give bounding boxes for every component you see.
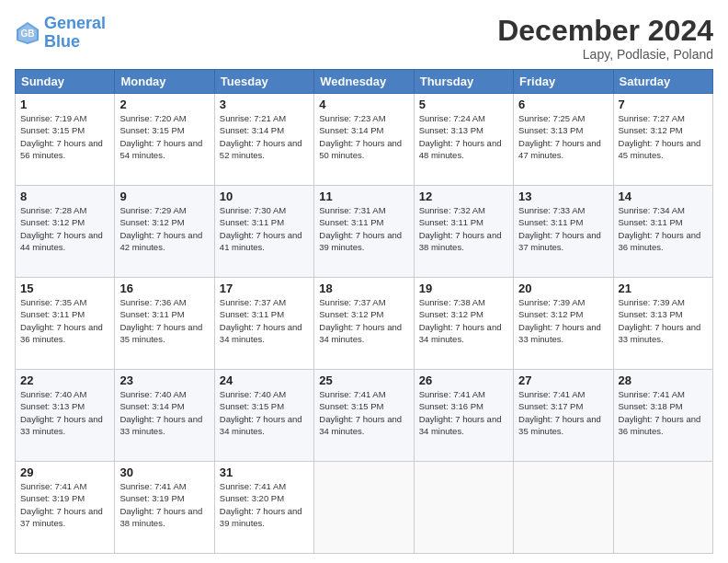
- day-number: 31: [220, 465, 309, 479]
- sunset-text: Sunset: 3:12 PM: [518, 308, 608, 320]
- cell-text: Sunrise: 7:41 AMSunset: 3:17 PMDaylight:…: [518, 388, 608, 437]
- day-number: 19: [419, 282, 508, 295]
- day-number: 27: [518, 373, 608, 387]
- daylight-text: Daylight: 7 hours and 42 minutes.: [119, 229, 209, 254]
- sunset-text: Sunset: 3:11 PM: [518, 216, 608, 228]
- day-number: 10: [220, 190, 309, 203]
- cell-text: Sunrise: 7:28 AMSunset: 3:12 PMDaylight:…: [20, 204, 109, 253]
- day-number: 30: [119, 465, 209, 479]
- day-number: 21: [619, 282, 708, 295]
- sunrise-text: Sunrise: 7:40 AM: [20, 388, 109, 400]
- sunset-text: Sunset: 3:19 PM: [20, 492, 109, 504]
- sunrise-text: Sunrise: 7:33 AM: [518, 204, 608, 216]
- logo: GB General Blue: [15, 15, 106, 52]
- cell-text: Sunrise: 7:38 AMSunset: 3:12 PMDaylight:…: [419, 296, 508, 345]
- col-saturday: Saturday: [613, 70, 712, 94]
- day-number: 7: [619, 98, 708, 111]
- col-sunday: Sunday: [16, 70, 115, 94]
- col-wednesday: Wednesday: [314, 70, 414, 94]
- day-number: 24: [220, 373, 309, 387]
- sunset-text: Sunset: 3:11 PM: [319, 216, 408, 228]
- table-cell: 16Sunrise: 7:36 AMSunset: 3:11 PMDayligh…: [115, 278, 214, 370]
- day-number: 12: [419, 190, 508, 203]
- page: GB General Blue December 2024 Lapy, Podl…: [0, 0, 728, 563]
- day-number: 9: [119, 190, 209, 203]
- day-number: 1: [20, 98, 109, 111]
- sunset-text: Sunset: 3:14 PM: [319, 124, 408, 136]
- sunset-text: Sunset: 3:12 PM: [619, 124, 708, 136]
- sunset-text: Sunset: 3:14 PM: [220, 124, 309, 136]
- table-cell: 6Sunrise: 7:25 AMSunset: 3:13 PMDaylight…: [514, 94, 613, 186]
- day-number: 29: [20, 465, 109, 479]
- col-friday: Friday: [514, 70, 613, 94]
- cell-text: Sunrise: 7:20 AMSunset: 3:15 PMDaylight:…: [119, 112, 209, 161]
- sunset-text: Sunset: 3:16 PM: [419, 400, 508, 412]
- logo-icon: GB: [15, 20, 40, 46]
- calendar-subtitle: Lapy, Podlasie, Poland: [497, 47, 713, 62]
- cell-text: Sunrise: 7:25 AMSunset: 3:13 PMDaylight:…: [518, 112, 608, 161]
- logo-line2: Blue: [44, 32, 80, 51]
- cell-text: Sunrise: 7:41 AMSunset: 3:19 PMDaylight:…: [20, 480, 109, 529]
- daylight-text: Daylight: 7 hours and 47 minutes.: [518, 137, 608, 162]
- table-cell: 13Sunrise: 7:33 AMSunset: 3:11 PMDayligh…: [514, 186, 613, 278]
- table-cell: 28Sunrise: 7:41 AMSunset: 3:18 PMDayligh…: [613, 370, 712, 462]
- sunrise-text: Sunrise: 7:31 AM: [319, 204, 408, 216]
- sunrise-text: Sunrise: 7:41 AM: [619, 388, 708, 400]
- table-cell: 8Sunrise: 7:28 AMSunset: 3:12 PMDaylight…: [16, 186, 115, 278]
- header: GB General Blue December 2024 Lapy, Podl…: [15, 15, 713, 62]
- day-number: 14: [619, 190, 708, 203]
- daylight-text: Daylight: 7 hours and 45 minutes.: [619, 137, 708, 162]
- cell-text: Sunrise: 7:39 AMSunset: 3:13 PMDaylight:…: [619, 296, 708, 345]
- daylight-text: Daylight: 7 hours and 37 minutes.: [20, 505, 109, 530]
- sunrise-text: Sunrise: 7:24 AM: [419, 112, 508, 124]
- sunrise-text: Sunrise: 7:32 AM: [419, 204, 508, 216]
- cell-text: Sunrise: 7:35 AMSunset: 3:11 PMDaylight:…: [20, 296, 109, 345]
- cell-text: Sunrise: 7:30 AMSunset: 3:11 PMDaylight:…: [220, 204, 309, 253]
- day-number: 17: [220, 282, 309, 295]
- table-cell: 31Sunrise: 7:41 AMSunset: 3:20 PMDayligh…: [214, 462, 313, 554]
- col-tuesday: Tuesday: [214, 70, 313, 94]
- sunset-text: Sunset: 3:19 PM: [119, 492, 209, 504]
- day-number: 11: [319, 190, 408, 203]
- table-cell: 5Sunrise: 7:24 AMSunset: 3:13 PMDaylight…: [414, 94, 513, 186]
- table-cell: 26Sunrise: 7:41 AMSunset: 3:16 PMDayligh…: [414, 370, 513, 462]
- daylight-text: Daylight: 7 hours and 34 minutes.: [220, 413, 309, 438]
- table-cell: [613, 462, 712, 554]
- cell-text: Sunrise: 7:24 AMSunset: 3:13 PMDaylight:…: [419, 112, 508, 161]
- cell-text: Sunrise: 7:37 AMSunset: 3:12 PMDaylight:…: [319, 296, 408, 345]
- col-thursday: Thursday: [414, 70, 513, 94]
- day-number: 3: [220, 98, 309, 111]
- sunrise-text: Sunrise: 7:38 AM: [419, 296, 508, 308]
- sunset-text: Sunset: 3:15 PM: [119, 124, 209, 136]
- sunset-text: Sunset: 3:11 PM: [20, 308, 109, 320]
- daylight-text: Daylight: 7 hours and 52 minutes.: [220, 137, 309, 162]
- daylight-text: Daylight: 7 hours and 48 minutes.: [419, 137, 508, 162]
- svg-text:GB: GB: [21, 29, 35, 39]
- cell-text: Sunrise: 7:41 AMSunset: 3:16 PMDaylight:…: [419, 388, 508, 437]
- table-cell: [514, 462, 613, 554]
- logo-line1: General: [44, 14, 106, 32]
- sunrise-text: Sunrise: 7:41 AM: [319, 388, 408, 400]
- daylight-text: Daylight: 7 hours and 34 minutes.: [319, 321, 408, 346]
- sunrise-text: Sunrise: 7:41 AM: [119, 480, 209, 492]
- cell-text: Sunrise: 7:36 AMSunset: 3:11 PMDaylight:…: [119, 296, 209, 345]
- table-cell: 25Sunrise: 7:41 AMSunset: 3:15 PMDayligh…: [314, 370, 414, 462]
- sunrise-text: Sunrise: 7:37 AM: [319, 296, 408, 308]
- sunset-text: Sunset: 3:12 PM: [20, 216, 109, 228]
- table-cell: 9Sunrise: 7:29 AMSunset: 3:12 PMDaylight…: [115, 186, 214, 278]
- calendar-table: Sunday Monday Tuesday Wednesday Thursday…: [15, 69, 713, 554]
- day-number: 2: [119, 98, 209, 111]
- sunrise-text: Sunrise: 7:36 AM: [119, 296, 209, 308]
- cell-text: Sunrise: 7:40 AMSunset: 3:14 PMDaylight:…: [119, 388, 209, 437]
- sunrise-text: Sunrise: 7:27 AM: [619, 112, 708, 124]
- daylight-text: Daylight: 7 hours and 36 minutes.: [20, 321, 109, 346]
- cell-text: Sunrise: 7:29 AMSunset: 3:12 PMDaylight:…: [119, 204, 209, 253]
- daylight-text: Daylight: 7 hours and 38 minutes.: [419, 229, 508, 254]
- daylight-text: Daylight: 7 hours and 37 minutes.: [518, 229, 608, 254]
- header-row: Sunday Monday Tuesday Wednesday Thursday…: [16, 70, 713, 94]
- sunset-text: Sunset: 3:11 PM: [119, 308, 209, 320]
- cell-text: Sunrise: 7:40 AMSunset: 3:13 PMDaylight:…: [20, 388, 109, 437]
- cell-text: Sunrise: 7:40 AMSunset: 3:15 PMDaylight:…: [220, 388, 309, 437]
- day-number: 18: [319, 282, 408, 295]
- sunrise-text: Sunrise: 7:34 AM: [619, 204, 708, 216]
